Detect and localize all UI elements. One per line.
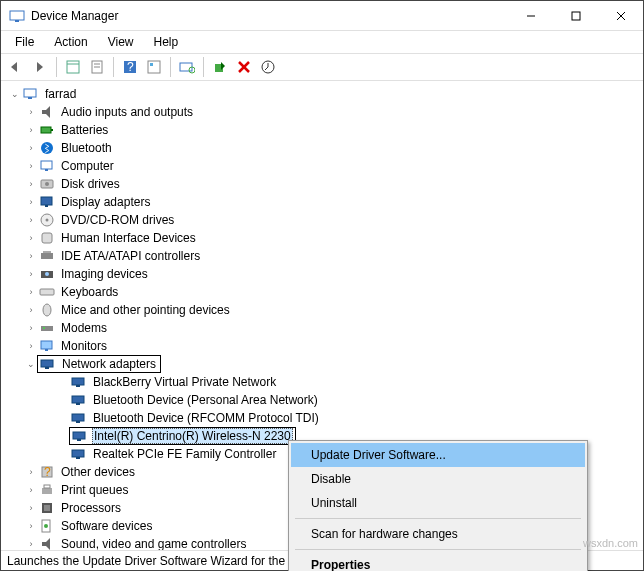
tree-category[interactable]: › Display adapters (3, 193, 643, 211)
item-label: DVD/CD-ROM drives (59, 212, 176, 228)
svg-text:?: ? (44, 465, 51, 479)
uninstall-button[interactable] (233, 56, 255, 78)
expand-icon[interactable]: › (25, 179, 37, 189)
tree-category[interactable]: › Monitors (3, 337, 643, 355)
device-icon (39, 158, 55, 174)
svg-rect-34 (42, 233, 52, 243)
tree-root[interactable]: ⌄ farrad (3, 85, 643, 103)
expand-icon[interactable]: › (25, 233, 37, 243)
menu-disable[interactable]: Disable (291, 467, 585, 491)
collapse-icon[interactable]: ⌄ (9, 89, 21, 99)
tree-category[interactable]: › Imaging devices (3, 265, 643, 283)
expand-icon[interactable]: › (25, 269, 37, 279)
computer-icon (23, 86, 39, 102)
tree-category[interactable]: › Disk drives (3, 175, 643, 193)
menu-uninstall[interactable]: Uninstall (291, 491, 585, 515)
expand-icon[interactable]: › (25, 125, 37, 135)
menu-properties[interactable]: Properties (291, 553, 585, 571)
device-icon (39, 320, 55, 336)
tree-category[interactable]: › IDE ATA/ATAPI controllers (3, 247, 643, 265)
expand-icon[interactable]: › (25, 539, 37, 549)
enable-button[interactable] (209, 56, 231, 78)
item-label: Print queues (59, 482, 130, 498)
scan-button[interactable] (176, 56, 198, 78)
tree-category[interactable]: › Audio inputs and outputs (3, 103, 643, 121)
device-icon (39, 338, 55, 354)
menubar: File Action View Help (1, 31, 643, 53)
expand-icon[interactable]: › (25, 323, 37, 333)
expand-icon[interactable]: › (25, 215, 37, 225)
item-label: Audio inputs and outputs (59, 104, 195, 120)
update-button[interactable] (257, 56, 279, 78)
item-label: Imaging devices (59, 266, 150, 282)
menu-separator (295, 549, 581, 550)
context-menu: Update Driver Software... Disable Uninst… (288, 440, 588, 571)
device-icon (39, 500, 55, 516)
device-icon (39, 104, 55, 120)
expand-icon[interactable]: › (25, 287, 37, 297)
tree-device[interactable]: Bluetooth Device (RFCOMM Protocol TDI) (3, 409, 643, 427)
menu-update-driver[interactable]: Update Driver Software... (291, 443, 585, 467)
tree-device[interactable]: Bluetooth Device (Personal Area Network) (3, 391, 643, 409)
minimize-button[interactable] (508, 1, 553, 31)
svg-rect-47 (72, 378, 84, 385)
expand-icon[interactable]: › (25, 161, 37, 171)
svg-rect-36 (43, 251, 51, 253)
view-button[interactable] (143, 56, 165, 78)
menu-action[interactable]: Action (46, 33, 95, 51)
expand-icon[interactable]: › (25, 143, 37, 153)
forward-button[interactable] (29, 56, 51, 78)
menu-help[interactable]: Help (146, 33, 187, 51)
menu-view[interactable]: View (100, 33, 142, 51)
svg-rect-31 (45, 205, 48, 207)
expand-icon[interactable]: › (25, 485, 37, 495)
tree-category-network[interactable]: ⌄ Network adapters (3, 355, 643, 373)
svg-rect-0 (10, 11, 24, 20)
back-button[interactable] (5, 56, 27, 78)
tree-device[interactable]: BlackBerry Virtual Private Network (3, 373, 643, 391)
item-label: Computer (59, 158, 116, 174)
properties-button[interactable] (86, 56, 108, 78)
device-icon (39, 212, 55, 228)
svg-point-40 (43, 304, 51, 316)
menu-scan[interactable]: Scan for hardware changes (291, 522, 585, 546)
maximize-button[interactable] (553, 1, 598, 31)
svg-rect-14 (150, 63, 153, 66)
tree-category[interactable]: › Mice and other pointing devices (3, 301, 643, 319)
svg-rect-50 (76, 403, 80, 405)
expand-icon[interactable]: › (25, 107, 37, 117)
svg-rect-59 (42, 488, 52, 494)
svg-rect-49 (72, 396, 84, 403)
svg-rect-39 (40, 289, 54, 295)
item-label: Sound, video and game controllers (59, 536, 248, 550)
expand-icon[interactable]: › (25, 521, 37, 531)
menu-separator (295, 518, 581, 519)
svg-rect-22 (28, 97, 32, 99)
expand-icon[interactable]: › (25, 503, 37, 513)
device-icon (39, 302, 55, 318)
help-button[interactable]: ? (119, 56, 141, 78)
tree-category[interactable]: › Bluetooth (3, 139, 643, 157)
item-label: Human Interface Devices (59, 230, 198, 246)
collapse-icon[interactable]: ⌄ (25, 359, 37, 369)
separator (170, 57, 171, 77)
close-button[interactable] (598, 1, 643, 31)
device-icon (39, 176, 55, 192)
device-icon (39, 284, 55, 300)
expand-icon[interactable]: › (25, 197, 37, 207)
tree-category[interactable]: › Human Interface Devices (3, 229, 643, 247)
item-label: Batteries (59, 122, 110, 138)
item-label: Keyboards (59, 284, 120, 300)
tree-category[interactable]: › Keyboards (3, 283, 643, 301)
menu-file[interactable]: File (7, 33, 42, 51)
expand-icon[interactable]: › (25, 341, 37, 351)
tree-category[interactable]: › DVD/CD-ROM drives (3, 211, 643, 229)
tree-category[interactable]: › Batteries (3, 121, 643, 139)
show-hide-button[interactable] (62, 56, 84, 78)
expand-icon[interactable]: › (25, 467, 37, 477)
tree-category[interactable]: › Modems (3, 319, 643, 337)
item-label: Mice and other pointing devices (59, 302, 232, 318)
expand-icon[interactable]: › (25, 305, 37, 315)
tree-category[interactable]: › Computer (3, 157, 643, 175)
expand-icon[interactable]: › (25, 251, 37, 261)
